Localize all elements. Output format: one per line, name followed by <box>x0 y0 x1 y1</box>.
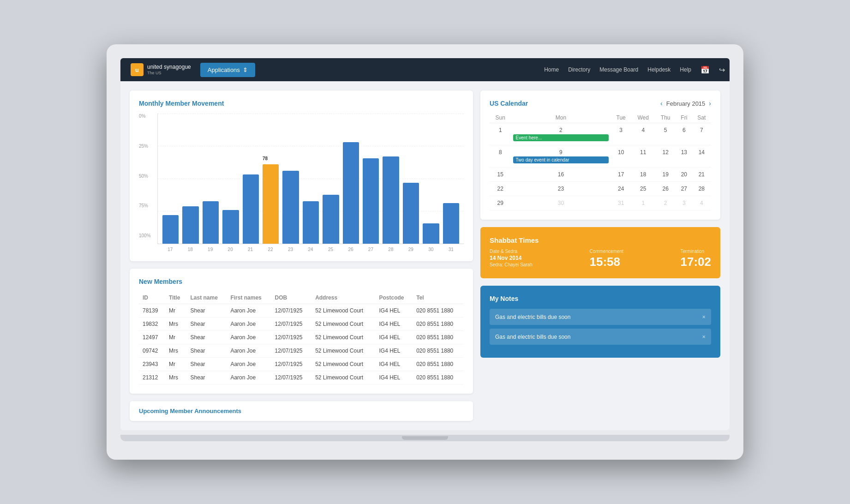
cal-day-0-2[interactable]: 3 <box>611 123 631 145</box>
event-blue[interactable]: Two day event in calendar <box>513 156 609 163</box>
note-close-button[interactable]: × <box>702 313 706 320</box>
cal-day-0-6[interactable]: 7 <box>692 123 711 145</box>
cal-day-4-4[interactable]: 2 <box>655 196 676 210</box>
cal-day-2-1[interactable]: 16 <box>511 168 611 182</box>
cal-week-4: 2930311234 <box>490 196 711 210</box>
cal-day-4-1[interactable]: 30 <box>511 196 611 210</box>
cal-day-3-6[interactable]: 28 <box>692 182 711 196</box>
cal-day-3-3[interactable]: 25 <box>631 182 655 196</box>
x-label-10: 27 <box>363 247 379 252</box>
cal-day-3-0[interactable]: 22 <box>490 182 511 196</box>
cal-day-2-5[interactable]: 20 <box>676 168 692 182</box>
calendar-nav: ‹ February 2015 › <box>660 100 711 107</box>
col-dob: DOB <box>271 292 311 304</box>
cal-day-1-4[interactable]: 12 <box>655 145 676 168</box>
notes-items: Gas and electric bills due soon×Gas and … <box>490 309 711 345</box>
members-title: New Members <box>139 278 464 285</box>
nav-helpdesk[interactable]: Helpdesk <box>647 66 670 73</box>
cal-day-3-4[interactable]: 26 <box>655 182 676 196</box>
cal-day-0-0[interactable]: 1 <box>490 123 511 145</box>
shabbat-termination-col: Termination 17:02 <box>680 249 711 269</box>
calendar-month: February 2015 <box>666 100 706 107</box>
nav-home[interactable]: Home <box>544 66 559 73</box>
cal-day-0-3[interactable]: 4 <box>631 123 655 145</box>
table-row: 19832MrsShearAaron Joe12/07/192552 Limew… <box>139 318 464 331</box>
bar-wrap-8 <box>323 118 339 244</box>
cell-3-6: IG4 HEL <box>376 344 413 358</box>
cal-day-1-3[interactable]: 11 <box>631 145 655 168</box>
cal-day-2-4[interactable]: 19 <box>655 168 676 182</box>
calendar-icon[interactable]: 📅 <box>700 66 710 74</box>
cal-day-1-1[interactable]: 9Two day event in calendar <box>511 145 611 168</box>
cal-day-3-1[interactable]: 23 <box>511 182 611 196</box>
event-green[interactable]: Event here... <box>513 134 609 141</box>
bar-1 <box>182 206 198 244</box>
cal-day-0-1[interactable]: 2Event here... <box>511 123 611 145</box>
nav-directory[interactable]: Directory <box>568 66 590 73</box>
cal-day-2-6[interactable]: 21 <box>692 168 711 182</box>
next-month-button[interactable]: › <box>709 100 711 107</box>
bar-6 <box>282 171 299 244</box>
cell-4-1: Mr <box>165 358 187 371</box>
cell-2-4: 12/07/1925 <box>271 331 311 344</box>
x-label-14: 31 <box>443 247 459 252</box>
shabbat-termination-time: 17:02 <box>680 255 711 269</box>
cal-day-4-0[interactable]: 29 <box>490 196 511 210</box>
note-text: Gas and electric bills due soon <box>495 334 570 340</box>
members-table: IDTitleLast nameFirst namesDOBAddressPos… <box>139 292 464 384</box>
bar-wrap-9 <box>343 118 359 244</box>
cal-day-4-2[interactable]: 31 <box>611 196 631 210</box>
x-label-9: 26 <box>342 247 359 252</box>
bar-wrap-7 <box>303 118 319 244</box>
cal-day-2-2[interactable]: 17 <box>611 168 631 182</box>
bar-2 <box>203 201 219 244</box>
cal-day-2-3[interactable]: 18 <box>631 168 655 182</box>
cell-3-1: Mrs <box>165 344 187 358</box>
cal-day-3-2[interactable]: 24 <box>611 182 631 196</box>
col-address: Address <box>311 292 375 304</box>
chart-area: 100% 75% 50% 25% 0% <box>139 114 464 252</box>
bar-wrap-3 <box>222 118 239 244</box>
x-label-2: 19 <box>202 247 218 252</box>
bar-wrap-6 <box>282 118 299 244</box>
nav-message-board[interactable]: Message Board <box>599 66 638 73</box>
bar-13 <box>423 223 439 244</box>
cell-0-6: IG4 HEL <box>376 304 413 318</box>
cal-day-4-3[interactable]: 1 <box>631 196 655 210</box>
cell-5-5: 52 Limewood Court <box>311 371 375 384</box>
cell-2-6: IG4 HEL <box>376 331 413 344</box>
cal-day-4-5[interactable]: 3 <box>676 196 692 210</box>
cal-day-1-0[interactable]: 8 <box>490 145 511 168</box>
applications-button[interactable]: Applications ⇕ <box>200 63 255 77</box>
cell-1-0: 19832 <box>139 318 165 331</box>
cal-day-0-5[interactable]: 6 <box>676 123 692 145</box>
cal-day-4-6[interactable]: 4 <box>692 196 711 210</box>
cal-day-1-6[interactable]: 14 <box>692 145 711 168</box>
x-label-4: 21 <box>242 247 258 252</box>
note-text: Gas and electric bills due soon <box>495 314 570 320</box>
nav-help[interactable]: Help <box>680 66 691 73</box>
cell-1-7: 020 8551 1880 <box>413 318 464 331</box>
bar-7 <box>303 201 319 244</box>
cell-0-2: Shear <box>187 304 227 318</box>
shabbat-commencement-col: Commencement 15:58 <box>589 249 623 269</box>
col-first-names: First names <box>227 292 271 304</box>
shabbat-date-col: Date & Sedra 14 Nov 2014 Sedra: Chayei S… <box>490 249 533 269</box>
cal-day-1-2[interactable]: 10 <box>611 145 631 168</box>
prev-month-button[interactable]: ‹ <box>660 100 663 107</box>
cal-day-3-5[interactable]: 27 <box>676 182 692 196</box>
cal-day-1-5[interactable]: 13 <box>676 145 692 168</box>
table-row: 23943MrShearAaron Joe12/07/192552 Limewo… <box>139 358 464 371</box>
cell-0-4: 12/07/1925 <box>271 304 311 318</box>
note-close-button[interactable]: × <box>702 333 706 340</box>
table-row: 12497MrShearAaron Joe12/07/192552 Limewo… <box>139 331 464 344</box>
logout-icon[interactable]: ↪ <box>719 66 725 74</box>
cal-day-0-4[interactable]: 5 <box>655 123 676 145</box>
shabbat-commencement-label: Commencement <box>589 249 623 254</box>
cell-4-7: 020 8551 1880 <box>413 358 464 371</box>
bar-highlighted-label: 78 <box>263 156 268 161</box>
upcoming-title: Upcoming Member Announcements <box>139 408 464 414</box>
cell-0-1: Mr <box>165 304 187 318</box>
x-label-12: 29 <box>403 247 419 252</box>
cal-day-2-0[interactable]: 15 <box>490 168 511 182</box>
